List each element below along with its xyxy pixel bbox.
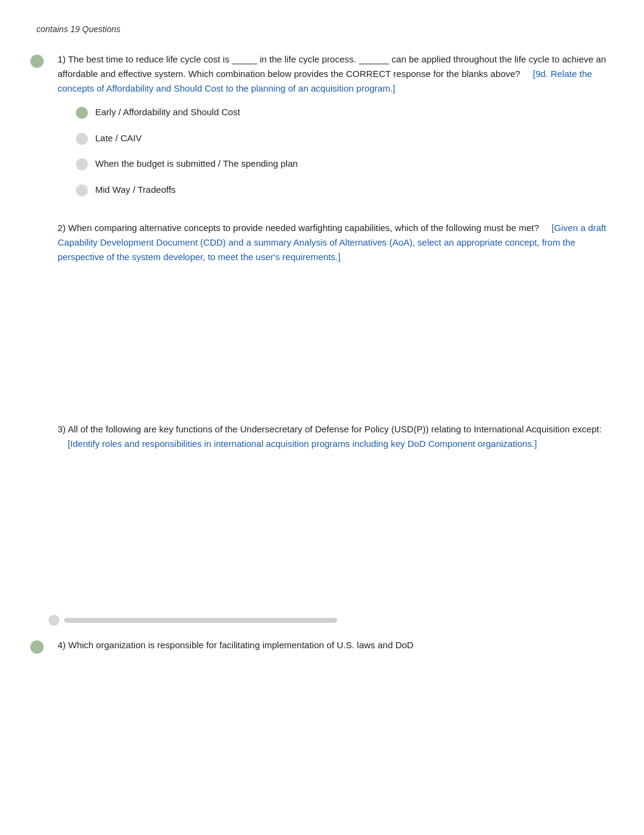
question-block-2: 2) When comparing alternative concepts t…	[36, 221, 608, 264]
question-2-text: 2) When comparing alternative concepts t…	[58, 221, 608, 264]
question-4-text: 4) Which organization is responsible for…	[58, 638, 608, 652]
answer-options-1: Early / Affordability and Should Cost La…	[58, 106, 608, 196]
question-block-1: 1) The best time to reduce life cycle co…	[36, 52, 608, 196]
option-1a[interactable]: Early / Affordability and Should Cost	[76, 106, 608, 119]
question-3-objective: [Identify roles and responsibilities in …	[68, 438, 537, 449]
progress-bar-container	[49, 615, 608, 626]
option-marker-1a	[76, 107, 88, 119]
option-1b-text: Late / CAIV	[95, 132, 142, 146]
progress-bar	[64, 618, 337, 623]
option-1c-text: When the budget is submitted / The spend…	[95, 157, 298, 171]
question-block-4: 4) Which organization is responsible for…	[36, 638, 608, 652]
option-marker-1b	[76, 133, 88, 145]
question-marker-1	[30, 55, 44, 68]
question-block-3: 3) All of the following are key function…	[36, 422, 608, 451]
progress-area	[36, 615, 608, 626]
option-1d-text: Mid Way / Tradeoffs	[95, 183, 176, 197]
progress-dot	[49, 615, 59, 626]
option-marker-1d	[76, 184, 88, 196]
question-marker-4	[30, 640, 44, 654]
option-marker-1c	[76, 158, 88, 170]
option-1d[interactable]: Mid Way / Tradeoffs	[76, 183, 608, 197]
contains-label: contains 19 Questions	[36, 24, 121, 34]
question-1-text: 1) The best time to reduce life cycle co…	[58, 52, 608, 96]
header-info: contains 19 Questions	[36, 24, 608, 34]
question-3-text: 3) All of the following are key function…	[58, 422, 608, 451]
option-1b[interactable]: Late / CAIV	[76, 132, 608, 146]
option-1c[interactable]: When the budget is submitted / The spend…	[76, 157, 608, 171]
option-1a-text: Early / Affordability and Should Cost	[95, 106, 240, 119]
